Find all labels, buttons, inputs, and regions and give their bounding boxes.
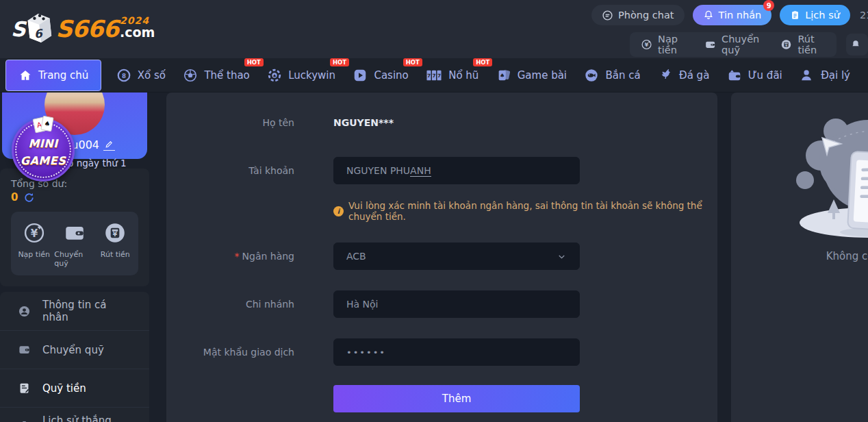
sidebar-transfer-button[interactable]: Chuyển quỹ <box>54 221 94 268</box>
sidebar-deposit-button[interactable]: ¥ Nạp tiền <box>14 221 54 268</box>
nav-item-sports[interactable]: Thể thao HOT <box>180 60 252 91</box>
branch-input[interactable]: Hà Nội <box>333 290 580 318</box>
balance-actions: ¥ Nạp tiền Chuyển quỹ ¥ Rút tiền <box>11 212 138 275</box>
mini-games-line2: GAMES <box>21 156 66 167</box>
bell-icon <box>850 39 861 50</box>
svg-text:★: ★ <box>810 75 815 82</box>
form-row-name: Họ tên NGUYEN*** <box>166 117 717 128</box>
app-root: S 6 S666 2024 .com Phòng chat <box>0 0 868 422</box>
logo-brand-text: S666 <box>56 15 118 42</box>
chat-room-button[interactable]: Phòng chat <box>591 5 685 25</box>
header-quick-actions: ¥ Nạp tiền Chuyển quỹ ¥ Rút tiền <box>630 32 868 57</box>
bell-icon <box>703 10 714 21</box>
bank-label: *Ngân hàng <box>166 251 294 262</box>
branch-label: Chi nhánh <box>166 299 294 310</box>
bank-warning: i Vui lòng xác minh tài khoản ngân hàng,… <box>333 200 717 222</box>
home-icon <box>18 69 32 82</box>
sidebar-withdraw-label: Rút tiền <box>101 250 130 259</box>
site-logo[interactable]: S 6 S666 2024 .com <box>11 4 155 53</box>
svg-text:7: 7 <box>433 73 436 79</box>
svg-text:¥: ¥ <box>30 227 38 240</box>
messages-label: Tin nhắn <box>719 10 762 21</box>
menu-item-personal-info[interactable]: Thông tin cá nhân <box>0 292 149 330</box>
mini-games-badge[interactable]: A♠ MINI GAMES <box>12 119 75 182</box>
coin-icon: ¥ <box>22 221 47 245</box>
submit-add-button[interactable]: Thêm <box>333 385 580 412</box>
password-value: •••••• <box>346 347 386 358</box>
soccer-ball-icon <box>183 68 198 83</box>
clipped-edge-button[interactable] <box>846 34 868 55</box>
nav-item-cards[interactable]: ♠ Game bài <box>494 60 570 91</box>
refresh-balance-button[interactable] <box>23 192 35 203</box>
nav-item-lottery[interactable]: 8 Xổ số <box>114 60 168 91</box>
nav-item-cockfight[interactable]: Đá gà <box>655 60 712 91</box>
nav-item-fishing[interactable]: Bắn cá <box>581 60 643 91</box>
sidebar: Phieudu004 Đăng nhập ngày thứ 1 A♠ MINI … <box>0 92 149 422</box>
nav-item-promotions[interactable]: Ưu đãi <box>724 60 785 91</box>
nav-item-luckywin[interactable]: ♠ Luckywin HOT <box>264 60 338 91</box>
edit-username-button[interactable] <box>103 140 115 151</box>
hot-badge: HOT <box>244 58 264 67</box>
account-value-tail: ANH <box>410 165 431 177</box>
nav-label: Casino <box>374 69 408 82</box>
svg-text:♠: ♠ <box>272 73 277 78</box>
nav-item-slots[interactable]: 777 Nổ hũ HOT <box>423 60 481 91</box>
nav-item-casino[interactable]: Casino HOT <box>350 60 411 91</box>
fish-icon <box>584 68 599 83</box>
menu-label: Quỹ tiền <box>42 382 86 395</box>
empty-state-illustration <box>762 102 868 247</box>
promo-wallet-icon <box>727 68 742 83</box>
deposit-label: Nạp tiền <box>658 34 688 55</box>
dice-icon: 6 <box>22 10 58 48</box>
withdraw-label: Rút tiền <box>797 34 825 55</box>
account-label: Tài khoản <box>166 165 294 176</box>
nav-label: Luckywin <box>288 69 335 82</box>
messages-badge: 9 <box>763 0 774 11</box>
withdraw-button[interactable]: ¥ Rút tiền <box>780 34 825 55</box>
svg-text:¥: ¥ <box>113 231 118 238</box>
branch-value: Hà Nội <box>346 299 378 310</box>
menu-item-funds[interactable]: Quỹ tiền <box>0 369 149 407</box>
poker-chip-icon: ♠ <box>267 68 282 83</box>
messages-button[interactable]: Tin nhắn 9 <box>693 5 772 25</box>
header: S 6 S666 2024 .com Phòng chat <box>0 0 868 58</box>
required-mark: * <box>235 251 240 262</box>
menu-item-win-loss-history[interactable]: Lịch sử thắng thua <box>0 407 149 422</box>
nav-label: Ưu đãi <box>748 69 782 82</box>
sidebar-transfer-label: Chuyển quỹ <box>54 250 94 268</box>
nav-item-agent[interactable]: ★ Đại lý <box>797 60 853 91</box>
refresh-icon <box>23 192 35 203</box>
history-panel: Không có lịch sử <box>731 92 868 422</box>
form-row-branch: Chi nhánh Hà Nội <box>166 290 717 318</box>
sidebar-deposit-label: Nạp tiền <box>18 250 50 259</box>
wallet-icon <box>18 343 31 356</box>
sidebar-menu: Thông tin cá nhân Chuyển quỹ Quỹ tiền Lị… <box>0 292 149 422</box>
main-nav: Trang chủ 8 Xổ số Thể thao HOT ♠ Luckywi… <box>0 58 868 92</box>
balance-section: Tổng số dư: 0 ¥ Nạp tiền Chuyển quỹ ¥ <box>0 169 149 286</box>
bank-select[interactable]: ACB <box>333 243 580 270</box>
svg-text:♠: ♠ <box>500 72 505 79</box>
transaction-password-input[interactable]: •••••• <box>333 338 580 366</box>
nav-label: Đá gà <box>679 69 709 82</box>
rooster-icon <box>658 68 673 83</box>
account-input[interactable]: NGUYEN PHU ANH <box>333 157 580 184</box>
account-value: NGUYEN PHU <box>346 165 410 176</box>
hot-badge: HOT <box>403 58 422 67</box>
nav-label: Xổ số <box>138 69 166 82</box>
nav-label: Thể thao <box>204 69 249 82</box>
menu-item-transfer[interactable]: Chuyển quỹ <box>0 330 149 369</box>
transfer-button[interactable]: Chuyển quỹ <box>704 34 765 55</box>
history-button[interactable]: Lịch sử <box>780 5 850 25</box>
coin-icon: ¥ <box>641 36 652 53</box>
hot-badge: HOT <box>330 58 349 67</box>
slot-777-icon: 777 <box>426 68 442 83</box>
form-row-bank: *Ngân hàng ACB <box>166 243 717 270</box>
sidebar-withdraw-button[interactable]: ¥ Rút tiền <box>95 221 136 268</box>
svg-text:¥: ¥ <box>645 42 649 48</box>
nav-item-home[interactable]: Trang chủ <box>5 60 101 91</box>
agent-icon: ★ <box>800 68 815 83</box>
add-bank-form: Họ tên NGUYEN*** Tài khoản NGUYEN PHU AN… <box>166 92 717 412</box>
deposit-button[interactable]: ¥ Nạp tiền <box>641 34 688 55</box>
password-label: Mật khẩu giao dịch <box>166 347 294 358</box>
menu-label: Thông tin cá nhân <box>42 299 131 323</box>
